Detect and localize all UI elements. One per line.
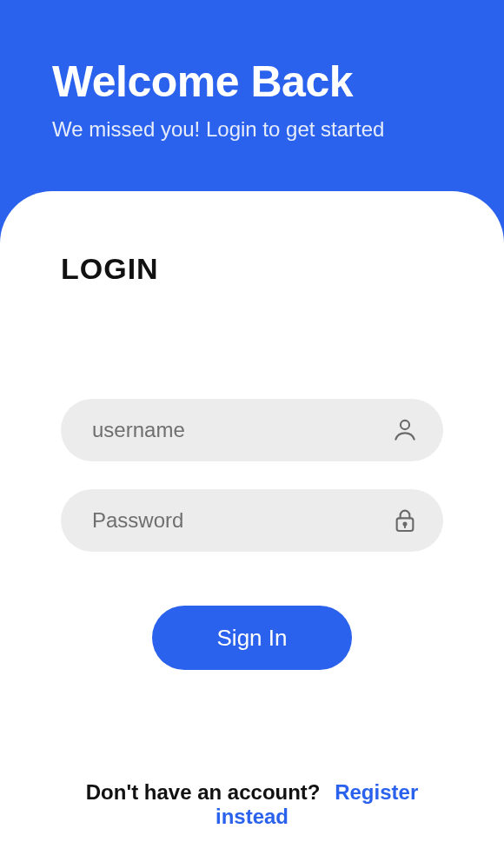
welcome-subtitle: We missed you! Login to get started [52,117,452,142]
username-field-container [61,399,443,461]
password-input[interactable] [92,508,391,533]
svg-point-0 [401,421,409,429]
password-field-container [61,489,443,552]
welcome-title: Welcome Back [52,56,452,107]
login-card: LOGIN Sign In Don't have an account? Reg… [0,191,504,855]
login-heading: LOGIN [61,252,443,286]
signin-button[interactable]: Sign In [152,606,352,670]
welcome-header: Welcome Back We missed you! Login to get… [0,0,504,194]
username-input[interactable] [92,418,391,442]
register-prompt: Don't have an account? Register instead [61,780,443,829]
register-prompt-text: Don't have an account? [86,780,321,804]
lock-icon [391,507,419,534]
user-icon [391,416,419,444]
